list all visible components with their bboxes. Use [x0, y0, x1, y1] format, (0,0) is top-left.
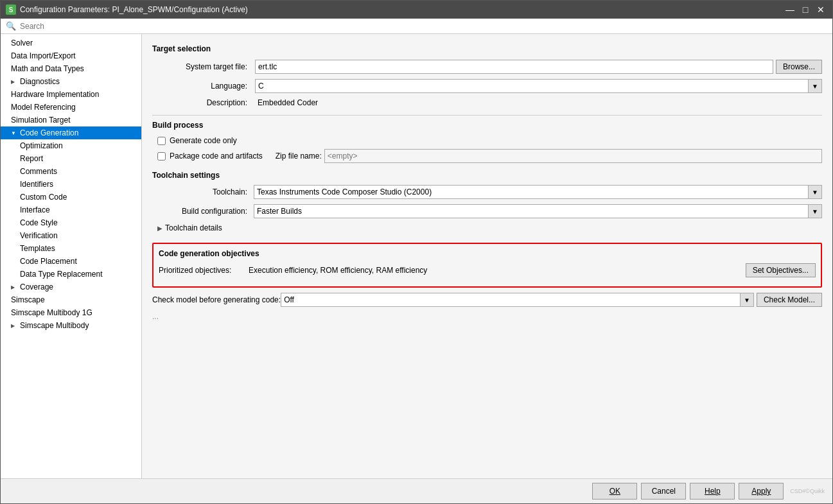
toolchain-details-label: Toolchain details: [165, 223, 222, 232]
toolchain-row: Toolchain: Texas Instruments Code Compos…: [157, 185, 822, 199]
description-label: Description:: [152, 98, 255, 107]
system-target-file-input[interactable]: [255, 60, 773, 74]
help-button[interactable]: Help: [690, 483, 735, 500]
system-target-file-row: System target file: Browse...: [152, 60, 822, 74]
build-process-title: Build process: [152, 121, 822, 130]
generate-code-only-label: Generate code only: [170, 136, 237, 145]
build-config-select-wrapper: Faster Builds ▼: [254, 204, 822, 218]
build-process-section: Build process Generate code only Package…: [152, 115, 822, 163]
sidebar-item-code-generation[interactable]: Code Generation: [1, 126, 141, 139]
search-bar: 🔍: [1, 19, 832, 34]
target-selection-title: Target selection: [152, 44, 822, 53]
sidebar-item-interface[interactable]: Interface: [1, 204, 141, 216]
package-code-label: Package code and artifacts: [170, 152, 263, 161]
check-model-select[interactable]: Off: [281, 293, 754, 307]
main-content: Solver Data Import/Export Math and Data …: [1, 34, 832, 478]
sidebar-item-simscape-multibody-1g[interactable]: Simscape Multibody 1G: [1, 306, 141, 319]
app-icon: S: [6, 4, 16, 15]
sidebar-item-code-style[interactable]: Code Style: [1, 216, 141, 229]
sidebar-item-simulation-target[interactable]: Simulation Target: [1, 114, 141, 126]
sidebar-item-diagnostics[interactable]: Diagnostics: [1, 75, 141, 88]
language-select-wrapper: C ▼: [255, 79, 822, 93]
sidebar-item-verification[interactable]: Verification: [1, 229, 141, 242]
generate-code-only-checkbox[interactable]: [157, 137, 166, 145]
toolchain-settings-title: Toolchain settings: [152, 171, 822, 180]
sidebar-item-coverage[interactable]: Coverage: [1, 281, 141, 293]
language-row: Language: C ▼: [152, 79, 822, 93]
sidebar-item-data-type-replacement[interactable]: Data Type Replacement: [1, 268, 141, 281]
build-config-label: Build configuration:: [157, 207, 254, 216]
set-objectives-button[interactable]: Set Objectives...: [746, 263, 816, 277]
toolchain-select-wrapper: Texas Instruments Code Composer Studio (…: [254, 185, 822, 199]
apply-button[interactable]: Apply: [739, 483, 784, 500]
toolchain-label: Toolchain:: [157, 187, 254, 196]
bottom-bar: OK Cancel Help Apply CSD#©Quikk: [1, 478, 832, 503]
ellipsis-indicator: ...: [152, 312, 822, 321]
sidebar-item-math-data-types[interactable]: Math and Data Types: [1, 62, 141, 75]
search-input[interactable]: [20, 22, 827, 31]
toolchain-select[interactable]: Texas Instruments Code Composer Studio (…: [254, 185, 822, 199]
content-area: Target selection System target file: Bro…: [142, 34, 832, 478]
objectives-title: Code generation objectives: [159, 249, 816, 258]
sidebar-item-data-import-export[interactable]: Data Import/Export: [1, 49, 141, 62]
language-label: Language:: [152, 82, 255, 91]
package-code-row: Package code and artifacts Zip file name…: [157, 149, 822, 163]
prioritized-value: Execution efficiency, ROM efficiency, RA…: [249, 266, 743, 275]
description-row: Description: Embedded Coder: [152, 98, 822, 107]
sidebar: Solver Data Import/Export Math and Data …: [1, 34, 142, 478]
sidebar-item-simscape-multibody[interactable]: Simscape Multibody: [1, 319, 141, 332]
sidebar-item-report[interactable]: Report: [1, 152, 141, 165]
sidebar-item-solver[interactable]: Solver: [1, 37, 141, 49]
check-model-button[interactable]: Check Model...: [757, 293, 822, 307]
ok-button[interactable]: OK: [592, 483, 637, 500]
zip-file-input[interactable]: [324, 149, 822, 163]
sidebar-item-custom-code[interactable]: Custom Code: [1, 191, 141, 204]
sidebar-item-identifiers[interactable]: Identifiers: [1, 178, 141, 191]
sidebar-item-simscape[interactable]: Simscape: [1, 293, 141, 306]
check-model-label: Check model before generating code:: [152, 295, 281, 304]
sidebar-item-model-referencing[interactable]: Model Referencing: [1, 101, 141, 114]
sidebar-item-code-placement[interactable]: Code Placement: [1, 255, 141, 268]
toolchain-details-expand-icon: ▶: [157, 225, 162, 232]
check-model-row: Check model before generating code: Off …: [152, 293, 822, 307]
search-icon: 🔍: [6, 21, 16, 31]
minimize-button[interactable]: —: [784, 3, 796, 16]
browse-button[interactable]: Browse...: [776, 60, 822, 74]
close-button[interactable]: ✕: [814, 3, 827, 16]
package-code-checkbox[interactable]: [157, 152, 166, 161]
title-bar: S Configuration Parameters: PI_Alone_SPW…: [1, 1, 832, 19]
main-window: S Configuration Parameters: PI_Alone_SPW…: [0, 0, 833, 504]
window-title: Configuration Parameters: PI_Alone_SPWM/…: [20, 5, 248, 14]
language-select[interactable]: C: [255, 79, 822, 93]
code-gen-objectives-section: Code generation objectives Prioritized o…: [152, 243, 822, 288]
watermark: CSD#©Quikk: [790, 488, 825, 494]
toolchain-details-row[interactable]: ▶ Toolchain details: [157, 223, 822, 232]
sidebar-item-hardware-impl[interactable]: Hardware Implementation: [1, 88, 141, 101]
sidebar-item-optimization[interactable]: Optimization: [1, 139, 141, 152]
zip-file-label: Zip file name:: [276, 152, 322, 161]
generate-code-only-row: Generate code only: [157, 136, 822, 145]
toolchain-settings-section: Toolchain settings Toolchain: Texas Inst…: [152, 171, 822, 232]
prioritized-label: Prioritized objectives:: [159, 266, 249, 275]
prioritized-objectives-row: Prioritized objectives: Execution effici…: [159, 263, 816, 277]
system-target-file-label: System target file:: [152, 62, 255, 71]
sidebar-item-templates[interactable]: Templates: [1, 242, 141, 255]
maximize-button[interactable]: □: [799, 3, 812, 16]
build-config-row: Build configuration: Faster Builds ▼: [157, 204, 822, 218]
cancel-button[interactable]: Cancel: [641, 483, 686, 500]
description-value: Embedded Coder: [255, 98, 822, 107]
window-controls: — □ ✕: [784, 3, 827, 16]
build-config-select[interactable]: Faster Builds: [254, 204, 822, 218]
check-model-select-wrapper: Off ▼: [281, 293, 754, 307]
sidebar-item-comments[interactable]: Comments: [1, 165, 141, 178]
